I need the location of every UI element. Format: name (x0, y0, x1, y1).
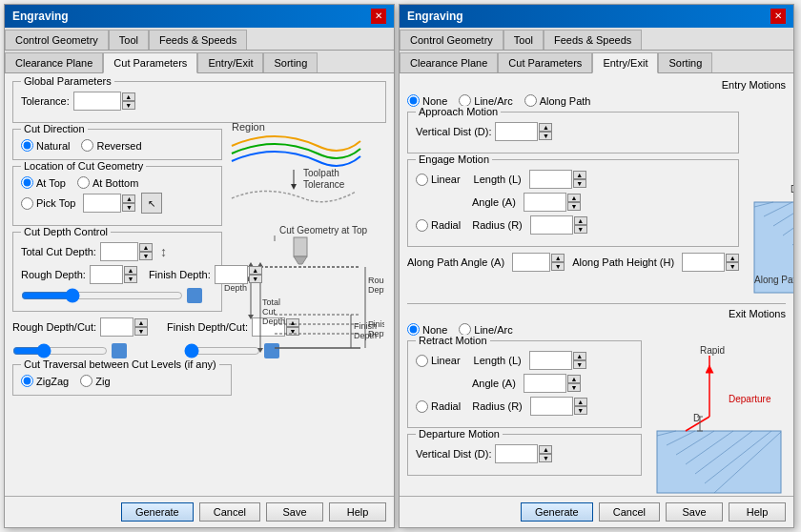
retract-angle-up[interactable]: ▲ (567, 375, 581, 383)
right-tab-feeds-speeds[interactable]: Feeds & Speeds (544, 30, 642, 50)
pick-top-down[interactable]: ▼ (122, 203, 135, 212)
departure-down[interactable]: ▼ (539, 454, 552, 462)
engage-radius-down[interactable]: ▼ (574, 225, 587, 234)
right-tab-cut-parameters[interactable]: Cut Parameters (498, 52, 592, 72)
engage-angle-input[interactable]: 20 (524, 193, 566, 212)
at-top-radio[interactable]: At Top (21, 176, 66, 189)
at-bottom-radio[interactable]: At Bottom (77, 176, 138, 189)
svg-rect-7 (294, 237, 307, 256)
approach-down[interactable]: ▼ (539, 132, 552, 140)
entry-alongpath-radio[interactable]: Along Path (524, 94, 591, 107)
left-tab-entry-exit[interactable]: Entry/Exit (197, 52, 263, 72)
left-close-button[interactable]: ✕ (371, 9, 386, 24)
finish-depth-up[interactable]: ▲ (249, 266, 262, 275)
tolerance-down[interactable]: ▼ (122, 101, 135, 110)
engage-length-down[interactable]: ▼ (573, 179, 586, 188)
pick-top-radio[interactable]: Pick Top (21, 197, 75, 210)
left-tab-feeds-speeds[interactable]: Feeds & Speeds (149, 30, 247, 50)
engage-radial-radio[interactable]: Radial (416, 219, 461, 232)
rough-per-cut-down[interactable]: ▼ (134, 327, 148, 336)
left-cancel-button[interactable]: Cancel (199, 502, 260, 522)
retract-radial-label: Radial (431, 400, 461, 412)
right-tab-entry-exit[interactable]: Entry/Exit (592, 52, 658, 73)
total-up[interactable]: ▲ (139, 243, 153, 252)
pick-top-up[interactable]: ▲ (122, 194, 135, 203)
right-close-button[interactable]: ✕ (770, 9, 786, 24)
left-generate-button[interactable]: Generate (121, 502, 194, 522)
total-cut-depth-input[interactable]: 3 (100, 242, 138, 261)
left-tab-control-geometry[interactable]: Control Geometry (5, 30, 109, 50)
rough-slider-btn[interactable] (187, 288, 202, 303)
retract-angle-down[interactable]: ▼ (567, 383, 581, 392)
engage-length-up[interactable]: ▲ (573, 171, 586, 179)
departure-up[interactable]: ▲ (539, 445, 552, 454)
finish-depth-input[interactable]: 0 (215, 265, 248, 284)
along-path-angle-input[interactable]: 10 (512, 253, 550, 272)
pick-top-input[interactable]: 0 (83, 194, 121, 213)
engage-radius-up[interactable]: ▲ (574, 216, 587, 225)
retract-length-input[interactable]: 6.35 (529, 351, 572, 370)
rough-depth-label: Rough Depth: (21, 269, 86, 280)
along-path-height-up[interactable]: ▲ (726, 254, 739, 262)
rough-depth-up[interactable]: ▲ (124, 266, 137, 275)
engage-length-input[interactable]: 3.175 (529, 170, 572, 189)
natural-radio[interactable]: Natural (21, 139, 70, 152)
rough-slider[interactable] (21, 289, 183, 302)
svg-marker-8 (294, 256, 307, 264)
right-save-button[interactable]: Save (666, 502, 723, 522)
retract-motion-label: Retract Motion (416, 335, 490, 346)
departure-vert-dist-input[interactable]: 0 (495, 444, 538, 463)
pick-top-cursor-button[interactable]: ↖ (141, 193, 162, 214)
location-label: Location of Cut Geometry (21, 160, 146, 172)
finish-depth-down[interactable]: ▼ (249, 275, 262, 283)
right-generate-button[interactable]: Generate (521, 502, 593, 522)
retract-angle-spinner: 20 ▲ ▼ (524, 374, 581, 393)
rough-per-cut-slider-btn[interactable] (112, 343, 127, 358)
engage-angle-up[interactable]: ▲ (567, 194, 581, 202)
along-path-height-down[interactable]: ▼ (726, 262, 739, 271)
right-tab-control-geometry[interactable]: Control Geometry (400, 30, 503, 50)
retract-angle-input[interactable]: 20 (524, 374, 566, 393)
rough-depth-input[interactable]: 3 (90, 265, 123, 284)
zig-radio[interactable]: Zig (80, 375, 110, 387)
right-help-button[interactable]: Help (729, 502, 786, 522)
left-tab-sorting[interactable]: Sorting (263, 52, 318, 72)
tolerance-input[interactable]: 0.03 (73, 92, 121, 111)
left-tab-tool[interactable]: Tool (109, 30, 149, 50)
engage-radius-input[interactable]: 6.35 (530, 215, 573, 235)
right-cancel-button[interactable]: Cancel (599, 502, 660, 522)
retract-radial-radio[interactable]: Radial (416, 400, 461, 413)
tolerance-up[interactable]: ▲ (122, 92, 135, 101)
approach-up[interactable]: ▲ (539, 123, 552, 132)
approach-vert-dist-input[interactable]: 0 (495, 122, 538, 141)
retract-length-up[interactable]: ▲ (573, 352, 586, 360)
total-down[interactable]: ▼ (139, 252, 153, 260)
right-tab-tool[interactable]: Tool (503, 30, 544, 50)
retract-length-down[interactable]: ▼ (573, 360, 586, 369)
retract-radius-up[interactable]: ▲ (574, 398, 587, 406)
engage-angle-down[interactable]: ▼ (567, 202, 581, 211)
zigzag-radio[interactable]: ZigZag (21, 375, 69, 387)
rough-per-cut-input[interactable]: 3 (100, 317, 134, 337)
engage-radial-row: Radial Radius (R) 6.35 ▲ ▼ (416, 215, 730, 235)
rough-per-cut-slider[interactable] (12, 344, 108, 358)
along-path-angle-down[interactable]: ▼ (551, 262, 565, 271)
left-tab-cut-parameters[interactable]: Cut Parameters (103, 52, 197, 73)
rough-depth-down[interactable]: ▼ (124, 275, 137, 283)
left-help-button[interactable]: Help (329, 502, 386, 522)
retract-radius-down[interactable]: ▼ (574, 406, 587, 415)
retract-linear-radio[interactable]: Linear (416, 355, 461, 367)
reversed-radio[interactable]: Reversed (81, 139, 141, 152)
svg-text:Along Path 3D Entry: Along Path 3D Entry (754, 275, 793, 285)
right-tab-clearance-plane[interactable]: Clearance Plane (400, 52, 498, 72)
left-save-button[interactable]: Save (266, 502, 323, 522)
engage-linear-radio[interactable]: Linear (416, 174, 461, 186)
left-tab-clearance-plane[interactable]: Clearance Plane (5, 52, 103, 72)
retract-radius-input[interactable]: 6.35 (530, 397, 573, 416)
along-path-angle-up[interactable]: ▲ (551, 254, 565, 262)
right-tab-sorting[interactable]: Sorting (658, 52, 712, 72)
along-path-height-input[interactable]: 1.27 (682, 253, 725, 272)
retract-radial-row: Radial Radius (R) 6.35 ▲ ▼ (416, 397, 633, 416)
rough-per-cut-up[interactable]: ▲ (134, 318, 148, 327)
entry-none-label: None (422, 95, 447, 107)
